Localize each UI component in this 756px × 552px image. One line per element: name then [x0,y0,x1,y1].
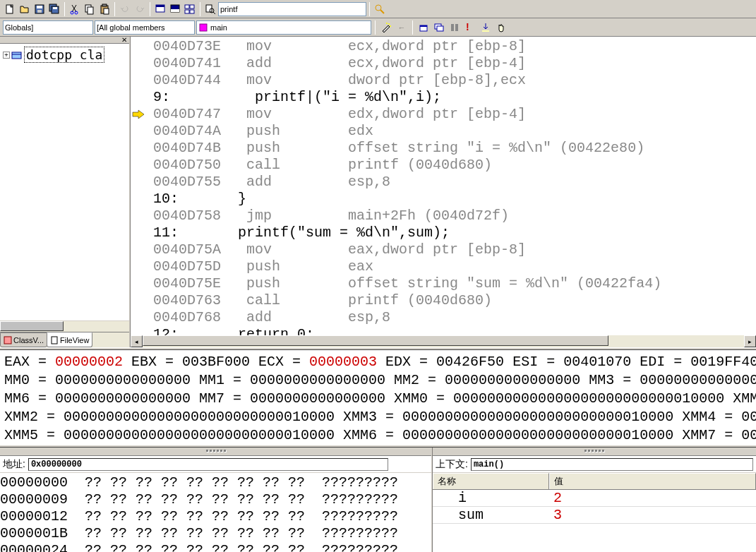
open-file-icon[interactable] [18,2,32,16]
svg-rect-35 [451,24,454,31]
grip-memory[interactable] [0,448,431,456]
svg-rect-18 [185,5,189,8]
code-line[interactable]: 0040D74A push edx [136,123,756,140]
svg-rect-3 [37,10,42,13]
watch-panel: 上下文: 名称 值 i2sum3 [433,448,756,552]
find-icon[interactable] [373,2,387,16]
code-line[interactable]: 12: return 0: [136,326,756,335]
svg-rect-20 [185,10,189,13]
copy-icon[interactable] [83,2,97,16]
output-icon[interactable] [168,2,182,16]
new-file-icon[interactable] [3,2,17,16]
code-body[interactable]: 0040D73E mov ecx,dword ptr [ebp-8] 0040D… [131,37,756,335]
watch-header-row: 名称 值 [433,473,756,490]
cut-icon[interactable] [68,2,82,16]
tab-classview[interactable]: ClassV... [0,332,47,347]
expand-icon[interactable]: + [3,52,10,59]
code-line[interactable]: 0040D75A mov eax,dword ptr [ebp-8] [136,241,756,258]
svg-rect-36 [455,24,458,31]
code-line[interactable]: 0040D75E push offset string "sum = %d\n"… [136,275,756,292]
scroll-right-icon[interactable]: ▸ [744,335,756,347]
tree-hscroll[interactable] [0,320,129,332]
svg-rect-19 [190,5,194,8]
code-line[interactable]: 0040D763 call printf (0040d680) [136,292,756,309]
tree-area[interactable]: + dotcpp cla [0,44,129,320]
context-input[interactable] [471,458,753,471]
svg-line-26 [380,10,384,13]
context-label: 上下文: [436,458,468,471]
breakpoint-hand-icon[interactable] [494,20,508,35]
function-combo-text[interactable]: main [210,23,227,32]
watch-col-value[interactable]: 值 [549,473,756,489]
paste-icon[interactable] [97,2,112,16]
code-line[interactable]: 0040D750 call printf (0040d680) [136,157,756,174]
memory-body[interactable]: 00000000 ?? ?? ?? ?? ?? ?? ?? ?? ?? ????… [0,473,431,552]
code-line[interactable]: 0040D747 mov edx,dword ptr [ebp-4] [136,106,756,123]
find-in-files-icon[interactable] [203,2,217,16]
registers-panel[interactable]: EAX = 00000002 EBX = 003BF000 ECX = 0000… [0,350,756,445]
svg-rect-34 [437,26,443,31]
undo-icon[interactable] [118,2,132,16]
svg-rect-42 [52,337,57,344]
watch-row[interactable]: i2 [433,490,756,507]
code-line[interactable]: 0040D73E mov ecx,dword ptr [ebp-8] [136,38,756,55]
watch-var-name: sum [433,507,549,523]
bottom-area: 地址: 00000000 ?? ?? ?? ?? ?? ?? ?? ?? ?? … [0,448,756,552]
save-icon[interactable] [32,2,47,16]
memory-address-input[interactable] [28,458,388,471]
tree-root-label[interactable]: dotcpp cla [24,47,104,63]
disassembly-panel: 0040D73E mov ecx,dword ptr [ebp-8] 0040D… [131,37,756,347]
watch-col-name[interactable]: 名称 [433,473,549,489]
code-line[interactable]: 0040D75D push eax [136,258,756,275]
svg-rect-15 [156,5,164,7]
stop-build-icon[interactable] [448,20,462,35]
watch-var-value: 2 [549,490,756,506]
globals-combo[interactable] [3,20,93,35]
go-icon[interactable]: ! [463,20,477,35]
svg-rect-27 [200,24,207,31]
tab-fileview[interactable]: FileView [47,332,92,347]
code-hscroll[interactable]: ◂ ▸ [131,335,756,347]
svg-point-29 [390,25,391,27]
scroll-left-icon[interactable]: ◂ [131,335,143,347]
class-view-panel: ✕ + dotcpp cla ClassV... FileView [0,37,131,347]
code-line[interactable]: 0040D74B push offset string "i = %d\n" (… [136,140,756,157]
code-line[interactable]: 11: printf("sum = %d\n",sum); [136,224,756,241]
project-icon [11,50,23,60]
workspace-icon[interactable] [153,2,167,16]
watch-var-name: i [433,490,549,506]
code-line[interactable]: 0040D758 jmp main+2Fh (0040d72f) [136,208,756,224]
close-panel-icon[interactable]: ✕ [121,36,129,44]
svg-rect-2 [37,6,42,8]
window-list-icon[interactable] [183,2,197,16]
code-line[interactable]: 10: } [136,191,756,208]
code-line[interactable]: 0040D755 add esp,8 [136,174,756,191]
members-combo[interactable] [95,20,195,35]
svg-rect-32 [420,25,427,27]
svg-rect-12 [102,4,107,6]
memory-row: 00000024 ?? ?? ?? ?? ?? ?? ?? ?? ?? ????… [0,542,431,552]
code-line[interactable]: 0040D741 add ecx,dword ptr [ebp-4] [136,55,756,72]
main-area: ✕ + dotcpp cla ClassV... FileView 0040D7… [0,37,756,347]
code-line[interactable]: 0040D768 add esp,8 [136,309,756,326]
code-line[interactable]: 9: printf|("i = %d\n",i); [136,89,756,106]
wizard-icon[interactable] [379,20,393,35]
save-all-icon[interactable] [47,2,61,16]
build-all-icon[interactable] [432,20,446,35]
svg-point-30 [386,23,388,24]
watch-row[interactable]: sum3 [433,507,756,524]
svg-rect-39 [12,52,21,59]
memory-address-label: 地址: [3,458,25,471]
svg-rect-38 [482,30,489,32]
redo-icon[interactable] [133,2,147,16]
svg-rect-13 [104,8,109,14]
tree-root-node[interactable]: + dotcpp cla [3,47,126,63]
build-icon[interactable] [416,20,431,35]
code-line[interactable]: 0040D744 mov dword ptr [ebp-8],ecx [136,72,756,89]
memory-panel: 地址: 00000000 ?? ?? ?? ?? ?? ?? ?? ?? ?? … [0,448,433,552]
step-into-icon[interactable] [479,20,493,35]
grip-watch[interactable] [433,448,756,456]
svg-text:!: ! [466,22,469,32]
back-icon[interactable]: ← [395,20,409,35]
search-combo[interactable] [218,2,366,16]
